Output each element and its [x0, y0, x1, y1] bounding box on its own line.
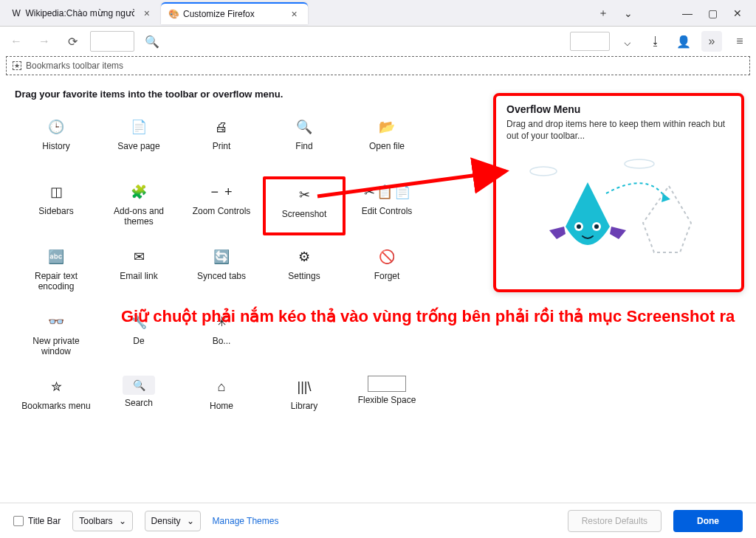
overflow-svg [506, 156, 735, 267]
tile-new-private[interactable]: 👓New private window [15, 306, 97, 365]
chevron-down-icon: ⌄ [119, 516, 126, 526]
maximize-button[interactable]: ▢ [706, 7, 719, 20]
tile-repair-text[interactable]: 🔤Repair text encoding [15, 241, 97, 300]
wikipedia-favicon: W [12, 8, 21, 18]
url-box[interactable] [90, 31, 134, 52]
tab-customize[interactable]: 🎨 Customize Firefox × [161, 2, 308, 24]
dropdown-label: Toolbars [79, 516, 112, 526]
dropdown-label: Density [151, 516, 181, 526]
toolbars-dropdown[interactable]: Toolbars ⌄ [72, 511, 132, 531]
tab-wikipedia[interactable]: W Wikipedia:Chào mừng người m × [4, 2, 159, 24]
tile-flexible-space[interactable]: Flexible Space [346, 371, 428, 430]
account-icon[interactable]: 👤 [673, 31, 694, 52]
reload-button[interactable]: ⟳ [62, 31, 83, 52]
tile-label: Open file [369, 141, 405, 151]
tile-open-file[interactable]: 📂Open file [346, 111, 428, 170]
tile-save-page[interactable]: 📄Save page [97, 111, 180, 170]
search-icon[interactable]: 🔍 [142, 31, 162, 52]
open-file-icon: 📂 [376, 116, 398, 138]
tile-addons[interactable]: 🧩Add-ons and themes [97, 176, 180, 235]
back-button[interactable]: ← [6, 31, 27, 52]
tile-label: Save page [117, 141, 159, 151]
tile-label: Add-ons and themes [102, 206, 176, 227]
close-icon[interactable]: × [142, 7, 152, 19]
chevron-down-icon: ⌄ [187, 516, 194, 526]
tile-label: Edit Controls [362, 206, 413, 216]
tile-zoom[interactable]: −+Zoom Controls [180, 176, 263, 235]
tile-label: Print [213, 141, 231, 151]
tile-label: Home [210, 401, 233, 411]
close-icon[interactable]: × [289, 8, 300, 20]
overflow-chevron-icon[interactable]: » [701, 31, 722, 52]
restore-defaults-button[interactable]: Restore Defaults [568, 510, 662, 532]
tile-library[interactable]: |||\Library [263, 371, 346, 430]
tile-label: De [133, 336, 144, 346]
forget-icon: 🚫 [376, 246, 398, 268]
tile-dev-tools[interactable]: 🔧De [97, 306, 180, 365]
density-dropdown[interactable]: Density ⌄ [145, 511, 201, 531]
overflow-menu-panel[interactable]: Overflow Menu Drag and drop items here t… [493, 93, 744, 292]
tile-email-link[interactable]: ✉Email link [97, 241, 180, 300]
tabs-dropdown-icon[interactable]: ⌄ [622, 7, 635, 20]
tile-label: Bo... [213, 336, 231, 346]
overflow-description: Drag and drop items here to keep them wi… [506, 118, 731, 142]
manage-themes-link[interactable]: Manage Themes [213, 516, 279, 526]
tile-home[interactable]: ⌂Home [180, 371, 263, 430]
tile-bookmarks[interactable]: ✳Bo... [180, 306, 263, 365]
addons-icon: 🧩 [128, 181, 150, 203]
find-icon: 🔍 [293, 116, 315, 138]
tile-screenshot[interactable]: ✂Screenshot [263, 176, 346, 235]
minimize-button[interactable]: — [681, 7, 694, 20]
svg-point-1 [625, 159, 654, 168]
tile-sidebars[interactable]: ◫Sidebars [15, 176, 97, 235]
tab-title: Customize Firefox [183, 9, 255, 19]
svg-marker-2 [662, 193, 670, 202]
bookmark-slot-icon: ★ [13, 61, 21, 70]
overflow-title: Overflow Menu [506, 103, 731, 115]
tile-settings[interactable]: ⚙Settings [263, 241, 346, 300]
tile-label: Synced tabs [197, 271, 246, 281]
tile-synced-tabs[interactable]: 🔄Synced tabs [180, 241, 263, 300]
edit-controls-icon: ✂📋📄 [376, 181, 398, 203]
new-tab-button[interactable]: ＋ [597, 7, 610, 20]
tile-label: Screenshot [282, 209, 327, 219]
tile-label: Bookmarks menu [21, 401, 90, 411]
tile-print[interactable]: 🖨Print [180, 111, 263, 170]
bookmarks-menu-icon: ✮ [45, 376, 67, 398]
svg-point-6 [594, 224, 599, 229]
done-button[interactable]: Done [673, 510, 743, 532]
tile-history[interactable]: 🕒History [15, 111, 97, 170]
tile-search[interactable]: 🔍Search [97, 371, 180, 430]
library-icon: |||\ [293, 376, 315, 398]
tab-strip: W Wikipedia:Chào mừng người m × 🎨 Custom… [0, 0, 756, 27]
svg-point-4 [577, 224, 581, 229]
bookmarks-toolbar-zone[interactable]: ★ Bookmarks toolbar items [6, 56, 750, 75]
tile-bookmarks-menu[interactable]: ✮Bookmarks menu [15, 371, 97, 430]
nav-toolbar: ← → ⟳ 🔍 ⌵ ⭳ 👤 » ≡ [0, 27, 756, 56]
tile-label: Repair text encoding [19, 271, 93, 292]
flexible-space-icon [368, 376, 406, 392]
tile-label: Find [295, 141, 312, 151]
tile-label: History [42, 141, 69, 151]
titlebar-checkbox[interactable]: Title Bar [13, 516, 61, 526]
home-icon: ⌂ [210, 376, 233, 398]
svg-point-0 [530, 167, 557, 176]
email-link-icon: ✉ [128, 246, 150, 268]
pocket-icon[interactable]: ⌵ [617, 31, 638, 52]
forward-button[interactable]: → [34, 31, 55, 52]
tile-forget[interactable]: 🚫Forget [346, 241, 428, 300]
tile-find[interactable]: 🔍Find [263, 111, 346, 170]
app-menu-icon[interactable]: ≡ [729, 31, 750, 52]
toolbar-space [570, 32, 610, 51]
close-window-button[interactable]: ✕ [731, 7, 744, 20]
new-private-icon: 👓 [45, 311, 67, 333]
tab-title: Wikipedia:Chào mừng người m [25, 8, 134, 18]
tile-label: New private window [19, 336, 93, 356]
screenshot-icon: ✂ [293, 184, 315, 206]
search-box-icon: 🔍 [123, 376, 155, 395]
tile-label: Search [125, 398, 153, 408]
tile-edit-controls[interactable]: ✂📋📄Edit Controls [346, 176, 428, 235]
dev-tools-icon: 🔧 [128, 311, 150, 333]
print-icon: 🖨 [210, 116, 233, 138]
downloads-icon[interactable]: ⭳ [645, 31, 666, 52]
